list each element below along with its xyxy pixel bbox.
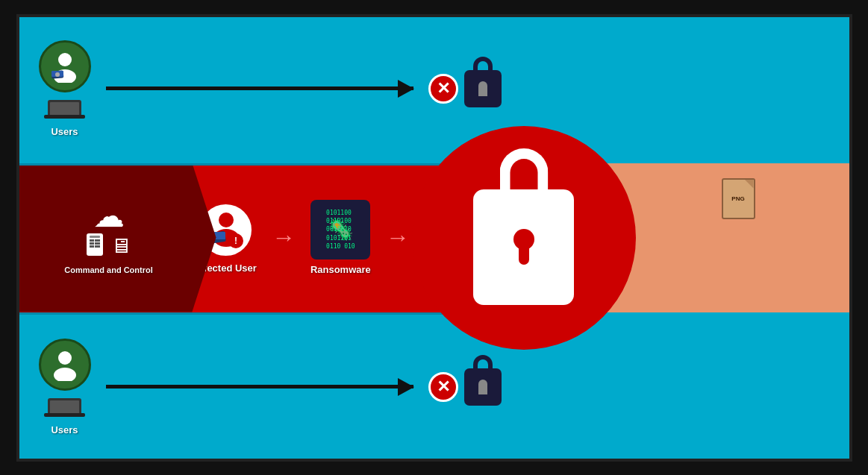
cnc-icons: ☁ 🖥 (87, 201, 131, 258)
bot-user-block: Users (39, 339, 91, 435)
big-lock-container (473, 189, 574, 305)
bot-row-inner: Users ✕ (16, 312, 524, 462)
cnc-label: Command and Control (64, 265, 153, 274)
devices-row: 🖥 (87, 233, 131, 258)
ransomware-block: 01011000110100001101001011010110 010 🦠 R… (310, 200, 371, 275)
mid-row: ☁ 🖥 (16, 163, 852, 312)
bot-lock (464, 368, 502, 406)
bot-user-icon (39, 339, 91, 391)
bot-user-label: Users (51, 424, 78, 435)
bot-arrow-line (106, 385, 413, 389)
big-lock-body (473, 189, 574, 305)
mid-arrow-1: → (272, 224, 296, 251)
laptop-svg (44, 100, 85, 119)
keyhole (513, 229, 534, 265)
top-arrow (106, 86, 413, 92)
svg-point-0 (58, 53, 72, 66)
top-arrow-line (106, 86, 413, 90)
top-lock-area: ✕ (428, 70, 502, 107)
bot-x-circle: ✕ (428, 372, 458, 402)
svg-point-4 (55, 72, 60, 77)
bot-laptop-svg (44, 398, 85, 417)
top-lock (464, 70, 502, 107)
bot-lock-area: ✕ (428, 368, 502, 406)
bot-user-svg (49, 348, 81, 381)
top-user-label: Users (51, 126, 78, 137)
remote-body (87, 233, 103, 256)
svg-rect-7 (44, 115, 85, 119)
top-row: Users ✕ (16, 14, 852, 163)
cloud-icon: ☁ (93, 201, 125, 232)
big-lock-shackle (499, 148, 548, 193)
mid-arrow-2: → (386, 224, 410, 251)
user-svg (49, 50, 81, 83)
svg-point-8 (219, 213, 234, 227)
big-red-circle (412, 126, 636, 350)
svg-text:!: ! (234, 236, 237, 246)
ransomware-label: Ransomware (310, 264, 371, 275)
top-user-icon (39, 40, 91, 92)
svg-point-14 (58, 351, 72, 365)
bot-arrow (106, 384, 413, 390)
monitor-icon: 🖥 (110, 233, 131, 258)
ransomware-icon: 01011000110100001101001011010110 010 🦠 (310, 200, 370, 259)
top-x-circle: ✕ (428, 74, 458, 104)
keyhole-shaft (519, 247, 529, 265)
top-row-inner: Users ✕ (16, 14, 524, 163)
remote-icon (87, 233, 103, 258)
svg-point-15 (54, 368, 76, 381)
svg-rect-18 (44, 413, 85, 417)
top-user-block: Users (39, 40, 91, 137)
cnc-block: ☁ 🖥 (64, 201, 153, 274)
cnc-section: ☁ 🖥 (16, 163, 216, 312)
bot-row: Users ✕ (16, 312, 852, 462)
